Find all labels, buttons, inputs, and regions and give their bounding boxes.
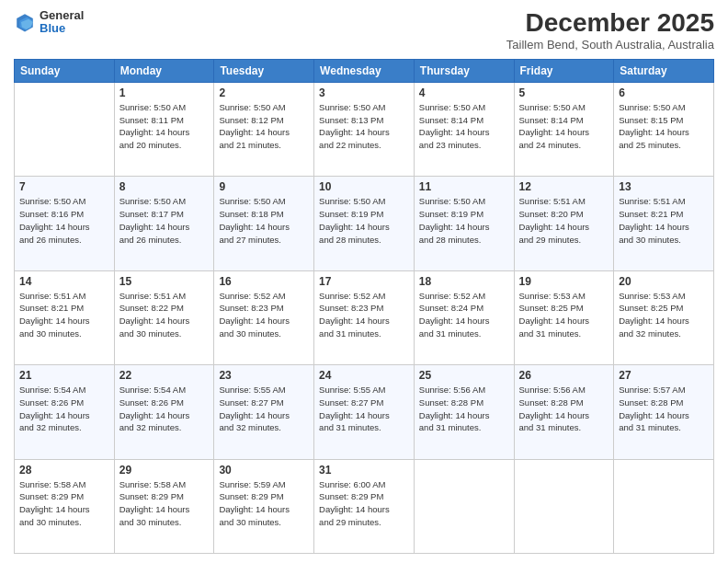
- day-info: Sunrise: 5:50 AM Sunset: 8:15 PM Dayligh…: [619, 101, 709, 152]
- calendar-cell: 29Sunrise: 5:58 AM Sunset: 8:29 PM Dayli…: [114, 459, 214, 553]
- calendar-body: 1Sunrise: 5:50 AM Sunset: 8:11 PM Daylig…: [15, 82, 714, 553]
- day-number: 23: [219, 369, 309, 382]
- day-number: 3: [319, 86, 409, 99]
- day-info: Sunrise: 5:56 AM Sunset: 8:28 PM Dayligh…: [519, 384, 609, 434]
- calendar-cell: 22Sunrise: 5:54 AM Sunset: 8:26 PM Dayli…: [114, 365, 214, 459]
- day-number: 19: [519, 275, 609, 288]
- day-number: 22: [119, 369, 210, 382]
- day-info: Sunrise: 5:59 AM Sunset: 8:29 PM Dayligh…: [219, 478, 309, 529]
- calendar-cell: 16Sunrise: 5:52 AM Sunset: 8:23 PM Dayli…: [214, 270, 314, 364]
- header-thursday: Thursday: [414, 59, 514, 82]
- calendar-cell: 12Sunrise: 5:51 AM Sunset: 8:20 PM Dayli…: [514, 177, 614, 270]
- calendar-cell: 31Sunrise: 6:00 AM Sunset: 8:29 PM Dayli…: [314, 459, 415, 553]
- calendar-cell: 18Sunrise: 5:52 AM Sunset: 8:24 PM Dayli…: [414, 270, 514, 364]
- day-number: 21: [19, 369, 109, 382]
- logo-icon: [14, 11, 36, 33]
- calendar-header: Sunday Monday Tuesday Wednesday Thursday…: [15, 59, 714, 82]
- day-info: Sunrise: 5:57 AM Sunset: 8:28 PM Dayligh…: [619, 384, 709, 434]
- day-info: Sunrise: 5:50 AM Sunset: 8:19 PM Dayligh…: [319, 195, 409, 246]
- day-number: 14: [19, 275, 109, 288]
- day-info: Sunrise: 5:51 AM Sunset: 8:21 PM Dayligh…: [619, 195, 709, 246]
- calendar-week-1: 1Sunrise: 5:50 AM Sunset: 8:11 PM Daylig…: [15, 82, 714, 176]
- calendar-week-3: 14Sunrise: 5:51 AM Sunset: 8:21 PM Dayli…: [15, 270, 714, 364]
- day-number: 10: [319, 180, 409, 193]
- day-info: Sunrise: 5:51 AM Sunset: 8:20 PM Dayligh…: [519, 195, 609, 246]
- day-number: 9: [219, 180, 309, 193]
- day-info: Sunrise: 5:52 AM Sunset: 8:23 PM Dayligh…: [319, 290, 409, 340]
- calendar-cell: [414, 459, 514, 553]
- day-info: Sunrise: 5:50 AM Sunset: 8:14 PM Dayligh…: [419, 101, 509, 152]
- day-number: 6: [619, 86, 709, 99]
- header-tuesday: Tuesday: [214, 59, 314, 82]
- location: Taillem Bend, South Australia, Australia: [506, 38, 714, 52]
- day-info: Sunrise: 5:58 AM Sunset: 8:29 PM Dayligh…: [19, 478, 109, 529]
- calendar-cell: 25Sunrise: 5:56 AM Sunset: 8:28 PM Dayli…: [414, 365, 514, 459]
- day-number: 17: [319, 275, 409, 288]
- month-title: December 2025: [506, 9, 714, 38]
- calendar-cell: 27Sunrise: 5:57 AM Sunset: 8:28 PM Dayli…: [614, 365, 714, 459]
- day-number: 25: [419, 369, 509, 382]
- calendar-cell: 23Sunrise: 5:55 AM Sunset: 8:27 PM Dayli…: [214, 365, 314, 459]
- calendar-cell: 17Sunrise: 5:52 AM Sunset: 8:23 PM Dayli…: [314, 270, 415, 364]
- day-info: Sunrise: 5:52 AM Sunset: 8:23 PM Dayligh…: [219, 290, 309, 340]
- calendar-cell: 30Sunrise: 5:59 AM Sunset: 8:29 PM Dayli…: [214, 459, 314, 553]
- day-number: 7: [19, 180, 109, 193]
- calendar-cell: 28Sunrise: 5:58 AM Sunset: 8:29 PM Dayli…: [15, 459, 115, 553]
- day-number: 16: [219, 275, 309, 288]
- calendar-cell: [514, 459, 614, 553]
- day-number: 27: [619, 369, 709, 382]
- calendar-cell: 14Sunrise: 5:51 AM Sunset: 8:21 PM Dayli…: [15, 270, 115, 364]
- day-info: Sunrise: 5:54 AM Sunset: 8:26 PM Dayligh…: [19, 384, 109, 434]
- logo-text: General Blue: [40, 9, 84, 36]
- header-saturday: Saturday: [614, 59, 714, 82]
- calendar-cell: 24Sunrise: 5:55 AM Sunset: 8:27 PM Dayli…: [314, 365, 415, 459]
- day-number: 1: [119, 86, 210, 99]
- day-info: Sunrise: 5:55 AM Sunset: 8:27 PM Dayligh…: [319, 384, 409, 434]
- day-number: 24: [319, 369, 409, 382]
- header-wednesday: Wednesday: [314, 59, 415, 82]
- calendar-cell: 11Sunrise: 5:50 AM Sunset: 8:19 PM Dayli…: [414, 177, 514, 270]
- calendar-cell: 8Sunrise: 5:50 AM Sunset: 8:17 PM Daylig…: [114, 177, 214, 270]
- day-number: 30: [219, 464, 309, 477]
- logo: General Blue: [14, 9, 84, 36]
- calendar-cell: 6Sunrise: 5:50 AM Sunset: 8:15 PM Daylig…: [614, 82, 714, 176]
- day-info: Sunrise: 5:51 AM Sunset: 8:22 PM Dayligh…: [119, 290, 210, 340]
- day-info: Sunrise: 5:52 AM Sunset: 8:24 PM Dayligh…: [419, 290, 509, 340]
- day-number: 20: [619, 275, 709, 288]
- calendar-cell: 1Sunrise: 5:50 AM Sunset: 8:11 PM Daylig…: [114, 82, 214, 176]
- day-info: Sunrise: 5:53 AM Sunset: 8:25 PM Dayligh…: [619, 290, 709, 340]
- title-block: December 2025 Taillem Bend, South Austra…: [506, 9, 714, 52]
- calendar-cell: 10Sunrise: 5:50 AM Sunset: 8:19 PM Dayli…: [314, 177, 415, 270]
- day-number: 15: [119, 275, 210, 288]
- calendar-cell: 20Sunrise: 5:53 AM Sunset: 8:25 PM Dayli…: [614, 270, 714, 364]
- header-sunday: Sunday: [15, 59, 115, 82]
- day-info: Sunrise: 5:50 AM Sunset: 8:11 PM Dayligh…: [119, 101, 210, 152]
- day-info: Sunrise: 6:00 AM Sunset: 8:29 PM Dayligh…: [319, 478, 409, 529]
- calendar-cell: [15, 82, 115, 176]
- day-info: Sunrise: 5:50 AM Sunset: 8:16 PM Dayligh…: [19, 195, 109, 246]
- day-info: Sunrise: 5:50 AM Sunset: 8:17 PM Dayligh…: [119, 195, 210, 246]
- day-info: Sunrise: 5:54 AM Sunset: 8:26 PM Dayligh…: [119, 384, 210, 434]
- calendar-cell: 2Sunrise: 5:50 AM Sunset: 8:12 PM Daylig…: [214, 82, 314, 176]
- calendar-table: Sunday Monday Tuesday Wednesday Thursday…: [14, 59, 714, 554]
- calendar-week-2: 7Sunrise: 5:50 AM Sunset: 8:16 PM Daylig…: [15, 177, 714, 270]
- day-info: Sunrise: 5:50 AM Sunset: 8:18 PM Dayligh…: [219, 195, 309, 246]
- day-number: 2: [219, 86, 309, 99]
- logo-general-text: General: [40, 9, 84, 22]
- header-row: Sunday Monday Tuesday Wednesday Thursday…: [15, 59, 714, 82]
- calendar-cell: 19Sunrise: 5:53 AM Sunset: 8:25 PM Dayli…: [514, 270, 614, 364]
- calendar-cell: 3Sunrise: 5:50 AM Sunset: 8:13 PM Daylig…: [314, 82, 415, 176]
- day-number: 29: [119, 464, 210, 477]
- calendar-cell: 15Sunrise: 5:51 AM Sunset: 8:22 PM Dayli…: [114, 270, 214, 364]
- calendar-cell: 26Sunrise: 5:56 AM Sunset: 8:28 PM Dayli…: [514, 365, 614, 459]
- day-info: Sunrise: 5:50 AM Sunset: 8:13 PM Dayligh…: [319, 101, 409, 152]
- day-number: 4: [419, 86, 509, 99]
- header: General Blue December 2025 Taillem Bend,…: [14, 9, 714, 52]
- day-number: 5: [519, 86, 609, 99]
- calendar-cell: [614, 459, 714, 553]
- day-number: 12: [519, 180, 609, 193]
- calendar-cell: 4Sunrise: 5:50 AM Sunset: 8:14 PM Daylig…: [414, 82, 514, 176]
- calendar-cell: 21Sunrise: 5:54 AM Sunset: 8:26 PM Dayli…: [15, 365, 115, 459]
- day-number: 11: [419, 180, 509, 193]
- day-number: 26: [519, 369, 609, 382]
